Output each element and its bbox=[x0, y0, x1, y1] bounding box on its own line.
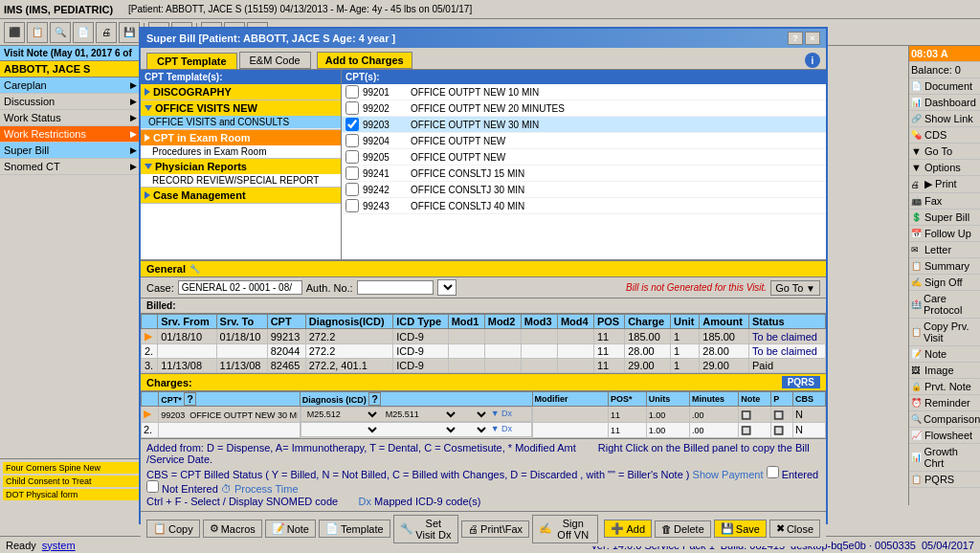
charge-dx3-select-2[interactable] bbox=[460, 424, 489, 435]
sidebar-item-discussion[interactable]: Discussion ▶ bbox=[0, 94, 141, 110]
toolbar-btn-6[interactable]: 💾 bbox=[119, 22, 140, 43]
note-item-1[interactable]: Four Corners Spine New bbox=[3, 462, 139, 474]
template-item-procedures-exam[interactable]: Procedures in Exam Room bbox=[141, 145, 341, 158]
sign-off-vn-btn[interactable]: ✍ Sign Off VN bbox=[532, 515, 598, 543]
charge-pos-input-2[interactable] bbox=[611, 426, 644, 435]
charge-units-input-2[interactable] bbox=[649, 426, 687, 435]
show-payment-link[interactable]: Show Payment bbox=[693, 469, 764, 480]
template-btn[interactable]: 📄 Template bbox=[319, 520, 390, 538]
cpt-checkbox-99242[interactable] bbox=[345, 183, 359, 196]
not-entered-check[interactable] bbox=[146, 480, 159, 493]
right-sidebar-goto[interactable]: ▼ Go To bbox=[909, 144, 980, 160]
cpt-checkbox-99205[interactable] bbox=[345, 150, 359, 164]
charge-minutes-input-1[interactable] bbox=[692, 410, 736, 420]
sidebar-item-super-bill[interactable]: Super Bill ▶ bbox=[0, 143, 141, 159]
right-sidebar-note[interactable]: 📝 Note bbox=[909, 346, 980, 363]
right-sidebar-fax[interactable]: 📠 Fax bbox=[909, 193, 980, 210]
save-btn[interactable]: 💾 Save bbox=[714, 520, 767, 538]
right-sidebar-document[interactable]: 📄 Document bbox=[909, 78, 980, 95]
charge-minutes-input-2[interactable] bbox=[692, 426, 736, 435]
template-group-discography-header[interactable]: DISCOGRAPHY bbox=[141, 84, 341, 100]
charge-units-input-1[interactable] bbox=[649, 410, 687, 420]
cpt-checkbox-99241[interactable] bbox=[345, 166, 359, 180]
dialog-help-btn[interactable]: ? bbox=[788, 32, 803, 45]
toolbar-btn-1[interactable]: ⬛ bbox=[4, 22, 25, 43]
auth-select[interactable] bbox=[437, 279, 457, 296]
toolbar-btn-3[interactable]: 🔍 bbox=[50, 22, 71, 43]
cpt-checkbox-99204[interactable] bbox=[345, 134, 359, 147]
macros-btn[interactable]: ⚙ Macros bbox=[203, 520, 262, 538]
sidebar-item-work-status[interactable]: Work Status ▶ bbox=[0, 110, 141, 126]
note-btn[interactable]: 📝 Note bbox=[265, 520, 316, 538]
right-sidebar-reminder[interactable]: ⏰ Reminder bbox=[909, 395, 980, 411]
charge-dx2-select-1[interactable]: M25.511 bbox=[382, 409, 458, 420]
right-sidebar-copy-prv[interactable]: 📋 Copy Prv. Visit bbox=[909, 319, 980, 346]
right-sidebar-letter[interactable]: ✉ Letter bbox=[909, 242, 980, 258]
dx-link-1[interactable]: ▼ Dx bbox=[491, 409, 512, 420]
close-btn[interactable]: ✖ Close bbox=[769, 520, 820, 538]
sidebar-item-careplan[interactable]: Careplan ▶ bbox=[0, 77, 141, 94]
entered-check[interactable] bbox=[767, 466, 779, 478]
dx-help-btn[interactable]: ? bbox=[368, 392, 381, 406]
add-to-charges-btn[interactable]: Add to Charges bbox=[317, 52, 412, 69]
cpt-checkbox-99202[interactable] bbox=[345, 101, 359, 115]
template-group-physician-header[interactable]: Physician Reports bbox=[141, 159, 341, 174]
template-group-case-mgmt-header[interactable]: Case Management bbox=[141, 188, 341, 203]
right-sidebar-show-link[interactable]: 🔗 Show Link bbox=[909, 111, 980, 127]
set-visit-dx-btn[interactable]: 🔧 Set Visit Dx bbox=[393, 515, 458, 543]
goto-btn[interactable]: Go To ▼ bbox=[770, 280, 820, 296]
charge-dx1-select-1[interactable]: M25.512 bbox=[303, 409, 380, 420]
copy-btn[interactable]: 📋 Copy bbox=[146, 520, 200, 538]
right-sidebar-print[interactable]: 🖨 ▶ Print bbox=[909, 176, 980, 193]
right-sidebar-flowsheet[interactable]: 📈 Flowsheet bbox=[909, 428, 980, 444]
note-item-2[interactable]: Child Consent to Treat bbox=[3, 476, 139, 487]
sidebar-item-work-restrictions[interactable]: Work Restrictions ▶ bbox=[0, 126, 141, 143]
right-sidebar-comparison[interactable]: 🔍 Comparison bbox=[909, 411, 980, 428]
right-sidebar-summary[interactable]: 📋 Summary bbox=[909, 258, 980, 275]
toolbar-btn-5[interactable]: 🖨 bbox=[96, 22, 117, 43]
billed-row-3[interactable]: 3. 11/13/08 11/13/08 82465 272.2, 401.1 … bbox=[142, 359, 826, 373]
add-btn[interactable]: ➕ Add bbox=[604, 520, 652, 538]
charge-cpt-input-2[interactable] bbox=[161, 426, 298, 435]
right-sidebar-dashboard[interactable]: 📊 Dashboard bbox=[909, 95, 980, 111]
right-sidebar-sign-off[interactable]: ✍ Sign Off bbox=[909, 275, 980, 291]
right-sidebar-pqrs[interactable]: 📋 PQRS bbox=[909, 472, 980, 488]
template-group-cpt-exam-header[interactable]: CPT in Exam Room bbox=[141, 130, 341, 145]
right-sidebar-growth-chrt[interactable]: 📊 Growth Chrt bbox=[909, 444, 980, 472]
toolbar-btn-2[interactable]: 📋 bbox=[27, 22, 48, 43]
right-sidebar-follow-up[interactable]: 📅 Follow Up bbox=[909, 226, 980, 242]
sidebar-item-snomed-ct[interactable]: Snomed CT ▶ bbox=[0, 159, 141, 175]
cpt-help-btn[interactable]: ? bbox=[184, 392, 196, 406]
case-input[interactable] bbox=[178, 280, 302, 295]
charge-pos-input-1[interactable] bbox=[611, 410, 644, 420]
charge-cpt-input-1[interactable] bbox=[161, 410, 298, 420]
charge-dx2-select-2[interactable] bbox=[382, 424, 458, 435]
right-sidebar-care-protocol[interactable]: 🏥 Care Protocol bbox=[909, 291, 980, 319]
template-item-record-review[interactable]: RECORD REVIEW/SPECIAL REPORT bbox=[141, 174, 341, 187]
note-item-3[interactable]: DOT Physical form bbox=[3, 489, 139, 500]
template-group-office-visits-header[interactable]: OFFICE VISITS NEW bbox=[141, 100, 341, 116]
charge-dx1-select-2[interactable] bbox=[303, 424, 380, 435]
auth-input[interactable] bbox=[357, 280, 434, 295]
tab-cpt-template[interactable]: CPT Template bbox=[146, 53, 237, 69]
cpt-checkbox-99203[interactable] bbox=[345, 118, 359, 131]
print-fax-btn[interactable]: 🖨 Print\Fax bbox=[461, 520, 529, 538]
cpt-checkbox-99201[interactable] bbox=[345, 85, 359, 99]
dialog-close-btn[interactable]: × bbox=[805, 32, 820, 45]
delete-btn[interactable]: 🗑 Delete bbox=[655, 520, 711, 538]
billed-row-2[interactable]: 2. 82044 272.2 ICD-9 11 28.00 bbox=[142, 344, 826, 359]
template-item-office-visits-consults[interactable]: OFFICE VISITS and CONSULTS bbox=[141, 116, 341, 129]
right-sidebar-prvt-note[interactable]: 🔒 Prvt. Note bbox=[909, 379, 980, 395]
right-sidebar-image[interactable]: 🖼 Image bbox=[909, 363, 980, 379]
charge-modifier-input-2[interactable] bbox=[535, 426, 606, 435]
toolbar-btn-4[interactable]: 📄 bbox=[73, 22, 94, 43]
dx-link-2[interactable]: ▼ Dx bbox=[491, 424, 512, 435]
cpt-checkbox-99243[interactable] bbox=[345, 199, 359, 212]
charge-modifier-input-1[interactable] bbox=[535, 410, 606, 420]
right-sidebar-cds[interactable]: 💊 CDS bbox=[909, 127, 980, 144]
charge-dx3-select-1[interactable] bbox=[460, 409, 489, 420]
right-sidebar-super-bill[interactable]: 💲 Super Bill bbox=[909, 210, 980, 226]
right-sidebar-options[interactable]: ▼ Options bbox=[909, 160, 980, 176]
tab-em-code[interactable]: E&M Code bbox=[239, 52, 311, 69]
billed-row-1[interactable]: ▶ 01/18/10 01/18/10 99213 272.2 ICD-9 11… bbox=[142, 329, 826, 344]
